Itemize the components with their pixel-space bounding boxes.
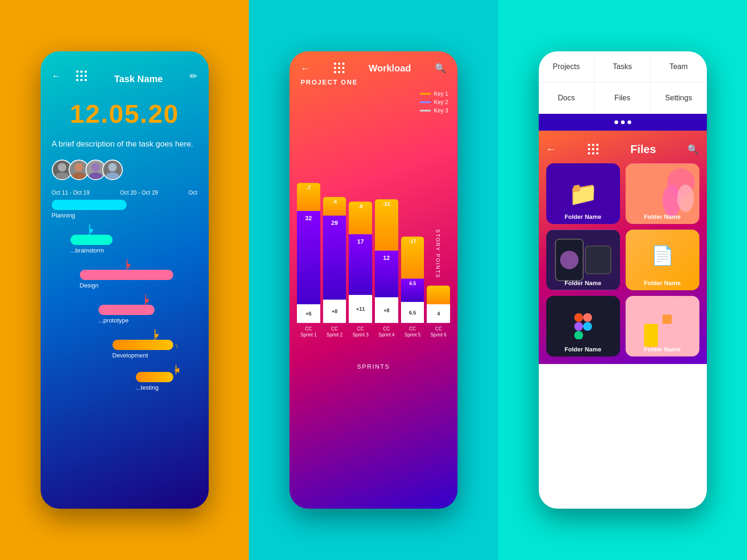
date-display: 12.05.20	[41, 94, 209, 138]
sprint-label-1: CCSprint 1	[301, 326, 317, 338]
bar-val-top-1: -7	[306, 183, 311, 190]
folder-label-3: Folder Name	[546, 280, 620, 287]
dot-3	[627, 120, 631, 124]
back-icon[interactable]: ←	[52, 70, 61, 81]
tab-files[interactable]: Files	[595, 83, 651, 113]
gantt-row-testing: ...testing	[52, 372, 197, 391]
legend-label-2: Key 2	[434, 99, 448, 105]
bar-mid-1: 32	[297, 211, 320, 304]
folder-label-4: Folder Name	[626, 280, 699, 287]
svg-rect-22	[644, 324, 658, 347]
bar-top-5: -17	[401, 237, 424, 279]
folder-1[interactable]: 📁 Folder Name	[546, 163, 620, 224]
dot-1	[614, 120, 618, 124]
timeline-labels: Oct 11 - Oct 19 Oct 20 - Oct 29 Oct	[41, 189, 209, 200]
bar-val-top-5: -17	[409, 237, 416, 244]
bar-val-top-2: -4	[332, 197, 337, 204]
folder-6[interactable]: Folder Name	[626, 296, 699, 357]
bar-chart: -7 32 +6 CCSprint 1 -4 29	[297, 91, 450, 361]
project-label: PROJECT ONE	[289, 78, 458, 91]
tab-docs[interactable]: Docs	[539, 83, 595, 113]
label-testing: ...testing	[136, 384, 197, 391]
bar-group-6: 4 CCSprint 6	[427, 119, 450, 338]
svg-point-7	[106, 172, 119, 179]
legend-label-3: Key 3	[434, 107, 448, 114]
label-brainstorm: ...brainstorm	[70, 247, 197, 254]
bar-val-bot-5: 6.5	[409, 310, 416, 315]
bar-design	[80, 270, 173, 280]
bar-top-6	[427, 286, 450, 304]
bar-top-4: -21	[375, 199, 398, 251]
bar-planning	[52, 200, 127, 210]
timeline-label-3: Oct	[189, 189, 197, 196]
tab-settings[interactable]: Settings	[651, 83, 707, 113]
menu-icon-2[interactable]	[334, 63, 345, 74]
bar-group-4: -21 12 +8 CCSprint 4	[375, 119, 398, 338]
svg-point-3	[72, 172, 85, 179]
bar-val-mid-1: 32	[305, 211, 312, 222]
bar-development	[113, 340, 173, 350]
tab-team[interactable]: Team	[651, 51, 707, 82]
tab-tasks[interactable]: Tasks	[595, 51, 651, 82]
bar-val-mid-4: 12	[383, 251, 390, 261]
search-icon-2[interactable]: 🔍	[435, 63, 446, 74]
svg-point-6	[108, 163, 116, 171]
folder-4[interactable]: 📄 Folder Name	[626, 230, 699, 290]
label-prototype: ...prototype	[99, 317, 197, 324]
svg-point-11	[677, 184, 694, 212]
timeline-label-2: Oct 20 - Oct 29	[120, 189, 158, 196]
gantt-row-development: ┐ Development	[52, 340, 197, 359]
search-icon-3[interactable]: 🔍	[687, 144, 699, 155]
phone1-header: ← Task Name ✏	[41, 51, 209, 94]
back-icon-3[interactable]: ←	[546, 143, 557, 155]
svg-point-1	[55, 172, 69, 179]
tab-projects[interactable]: Projects	[539, 51, 595, 82]
folder-2[interactable]: Folder Name	[626, 163, 699, 224]
legend-color-3	[420, 110, 431, 112]
svg-rect-17	[583, 313, 592, 322]
folder-5[interactable]: Folder Name	[546, 296, 620, 357]
folder-icon-1: 📁	[569, 180, 598, 207]
bar-group-5: -17 4.5 6.5 CCSprint 5	[401, 119, 424, 338]
legend-key1: Key 1	[420, 91, 448, 97]
svg-rect-16	[574, 313, 583, 322]
svg-point-5	[89, 172, 102, 179]
bar-val-bot-3: +11	[356, 306, 365, 312]
menu-icon[interactable]	[76, 70, 87, 82]
figma-icon	[574, 313, 592, 339]
svg-point-0	[57, 163, 66, 171]
bar-group-3: -9 17 +11 CCSprint 3	[349, 119, 372, 338]
gantt-row-brainstorm: ...brainstorm	[52, 235, 197, 254]
bar-val-mid-5: 4.5	[409, 279, 416, 286]
bar-mid-3: 17	[349, 234, 372, 295]
folder-label-1: Folder Name	[546, 213, 620, 220]
bar-val-top-4: -21	[383, 199, 390, 207]
sprint-label-3: CCSprint 3	[352, 326, 368, 338]
legend-key2: Key 2	[420, 99, 448, 105]
sprint-label-5: CCSprint 5	[404, 326, 420, 338]
bar-bot-6: 4	[427, 304, 450, 323]
phone2-header: ← Workload 🔍	[289, 51, 458, 78]
bar-top-2: -4	[323, 197, 346, 216]
phone-task: ← Task Name ✏ 12.05.20 A brief descripti…	[41, 51, 209, 509]
svg-point-15	[560, 251, 578, 269]
folder-3[interactable]: Folder Name	[546, 230, 620, 290]
back-icon-2[interactable]: ←	[301, 63, 310, 74]
avatar	[102, 160, 123, 180]
svg-point-4	[91, 163, 99, 171]
dot-2	[621, 120, 625, 124]
gantt-row-prototype: ...prototype	[52, 305, 197, 324]
sprint-label-6: CCSprint 6	[430, 326, 446, 338]
bar-group-2: -4 29 +8 CCSprint 2	[323, 119, 346, 338]
bar-mid-4: 12	[375, 251, 398, 297]
timeline-label-1: Oct 11 - Oct 19	[52, 189, 90, 196]
edit-icon[interactable]: ✏	[190, 70, 197, 82]
menu-icon-3[interactable]	[588, 144, 599, 155]
background-center: ← Workload 🔍 PROJECT ONE Key 1 Key 2	[249, 0, 498, 560]
task-description: A brief description of the task goes her…	[41, 138, 209, 160]
bar-brainstorm	[70, 235, 113, 245]
nav-tabs-row2: Docs Files Settings	[539, 83, 707, 114]
nav-tabs-row1: Projects Tasks Team	[539, 51, 707, 83]
label-design: Design	[80, 282, 197, 289]
bar-top-3: -9	[349, 202, 372, 234]
